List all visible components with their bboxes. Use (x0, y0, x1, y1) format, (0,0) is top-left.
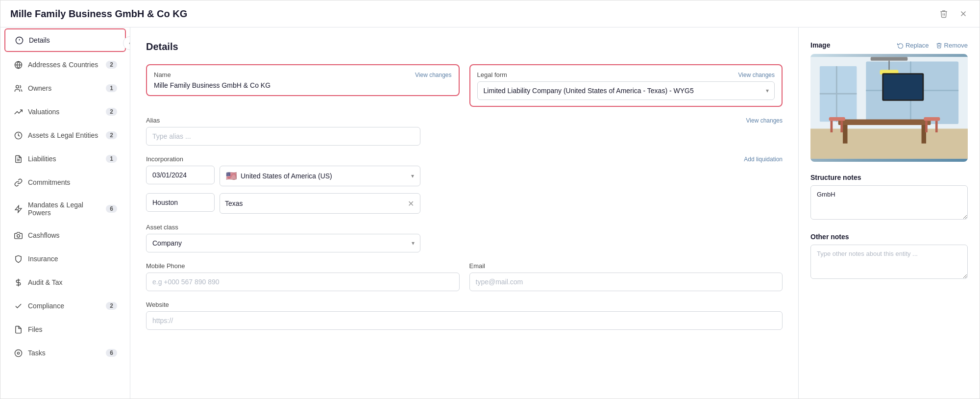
state-input[interactable] (225, 200, 407, 207)
sidebar-item-label: Cashflows (28, 231, 117, 239)
image-actions: Replace Remove (897, 42, 968, 49)
alias-field-group: Alias View changes (146, 117, 783, 146)
sidebar-item-label: Tasks (28, 349, 101, 357)
commitments-icon (13, 177, 23, 187)
svg-rect-25 (871, 57, 908, 61)
city-input[interactable] (146, 193, 215, 212)
remove-label: Remove (944, 42, 968, 49)
header-actions (937, 7, 970, 20)
audit-icon (13, 277, 23, 287)
country-label: United States of America (US) (241, 172, 407, 180)
sidebar-item-valuations[interactable]: Valuations 2 (4, 101, 126, 123)
name-view-changes[interactable]: View changes (415, 72, 452, 78)
svg-point-7 (16, 85, 19, 88)
details-icon (14, 35, 24, 45)
country-select[interactable]: 🇺🇸 United States of America (US) ▾ (220, 166, 420, 186)
email-input[interactable] (469, 273, 783, 291)
sidebar-item-cashflows[interactable]: Cashflows (4, 224, 126, 246)
sidebar-item-owners[interactable]: Owners 1 (4, 77, 126, 99)
assets-icon (13, 130, 23, 140)
email-label: Email (469, 262, 486, 270)
sidebar-badge: 2 (106, 108, 117, 116)
name-input[interactable] (154, 81, 452, 89)
sidebar-item-assets-legal[interactable]: Assets & Legal Entities 2 (4, 125, 126, 146)
add-liquidation-link[interactable]: Add liquidation (744, 156, 783, 163)
legal-form-label: Legal form (477, 71, 507, 78)
content-title: Details (146, 41, 783, 52)
legal-form-select[interactable]: Limited Liability Company (United States… (477, 81, 775, 100)
sidebar-item-insurance[interactable]: Insurance (4, 248, 126, 270)
sidebar-item-label: Files (28, 325, 117, 333)
tasks-icon (13, 348, 23, 358)
svg-marker-11 (15, 205, 22, 212)
sidebar-item-liabilities[interactable]: Liabilities 1 (4, 148, 126, 170)
asset-class-select[interactable]: Company Company (146, 234, 420, 252)
svg-point-15 (17, 352, 19, 354)
legal-form-view-changes[interactable]: View changes (738, 72, 775, 78)
name-field-group: Name View changes (146, 64, 460, 96)
sidebar-item-label: Details (29, 36, 116, 44)
svg-rect-21 (820, 93, 857, 95)
country-flag: 🇺🇸 (226, 171, 237, 181)
alias-input[interactable] (146, 127, 420, 146)
valuations-icon (13, 107, 23, 117)
content-area: Details Name View changes (130, 27, 798, 399)
sidebar-item-label: Compliance (28, 302, 101, 310)
sidebar-item-label: Insurance (28, 255, 117, 263)
incorp-country-group: 🇺🇸 United States of America (US) ▾ (220, 166, 420, 186)
legal-form-select-wrapper: Limited Liability Company (United States… (477, 81, 775, 100)
mandates-icon (13, 204, 23, 214)
files-icon (13, 324, 23, 334)
structure-notes-textarea[interactable]: GmbH (810, 185, 968, 220)
sidebar-badge: 2 (106, 61, 117, 69)
replace-image-button[interactable]: Replace (897, 42, 929, 49)
alias-view-changes[interactable]: View changes (746, 117, 783, 124)
sidebar-item-label: Commitments (28, 178, 117, 186)
owners-icon (13, 83, 23, 93)
sidebar-badge: 1 (106, 84, 117, 92)
alias-label: Alias (146, 117, 160, 124)
sidebar: ‹ Details Addresses & Countries 2 (0, 27, 130, 399)
sidebar-item-label: Valuations (28, 108, 101, 116)
name-label: Name (154, 71, 171, 78)
remove-image-button[interactable]: Remove (936, 42, 968, 49)
sidebar-item-commitments[interactable]: Commitments (4, 172, 126, 193)
incorp-date-group (146, 166, 215, 186)
svg-rect-35 (925, 121, 928, 132)
sidebar-item-audit-tax[interactable]: Audit & Tax (4, 272, 126, 293)
incorporation-field-group: Incorporation Add liquidation 🇺🇸 United … (146, 155, 783, 214)
sidebar-item-label: Owners (28, 84, 101, 92)
insurance-icon (13, 254, 23, 264)
sidebar-badge: 2 (106, 131, 117, 139)
state-field-group: ✕ (220, 193, 420, 214)
website-field-group: Website (146, 301, 783, 330)
sidebar-item-files[interactable]: Files (4, 319, 126, 340)
legal-form-field-group: Legal form View changes Limited Liabilit… (469, 64, 783, 107)
sidebar-item-mandates[interactable]: Mandates & Legal Powers 6 (4, 195, 126, 223)
other-notes-textarea[interactable] (810, 245, 968, 279)
delete-button[interactable] (937, 7, 950, 20)
state-clear-button[interactable]: ✕ (407, 199, 415, 208)
svg-rect-31 (829, 117, 845, 121)
city-field-group (146, 193, 215, 214)
phone-label: Mobile Phone (146, 262, 185, 270)
replace-icon (897, 42, 904, 49)
liabilities-icon (13, 154, 23, 164)
sidebar-item-addresses-countries[interactable]: Addresses & Countries 2 (4, 54, 126, 75)
app-window: Mille Family Business GmbH & Co KG (0, 0, 980, 399)
sidebar-item-details[interactable]: Details (4, 28, 126, 52)
sidebar-item-compliance[interactable]: Compliance 2 (4, 295, 126, 317)
phone-input[interactable] (146, 273, 460, 291)
sidebar-item-label: Audit & Tax (28, 278, 117, 286)
incorp-date-input[interactable] (146, 166, 215, 184)
asset-class-label: Asset class (146, 224, 178, 231)
close-button[interactable] (957, 7, 970, 20)
sidebar-item-label: Addresses & Countries (28, 61, 101, 69)
svg-rect-36 (935, 121, 938, 132)
svg-rect-28 (838, 120, 931, 125)
svg-point-14 (15, 349, 22, 356)
website-input[interactable] (146, 311, 783, 330)
sidebar-item-tasks[interactable]: Tasks 6 (4, 342, 126, 364)
right-panel: Image Replace Remove (798, 27, 980, 399)
sidebar-item-label: Mandates & Legal Powers (28, 201, 101, 217)
